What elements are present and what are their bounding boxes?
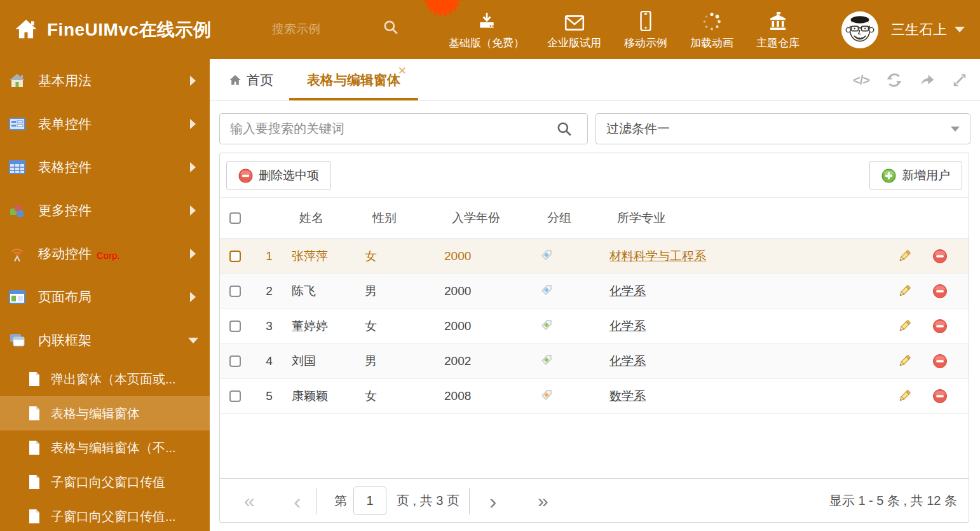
filter-dropdown[interactable]: 过滤条件一 [595, 113, 970, 144]
edit-pencil-icon[interactable] [897, 284, 912, 299]
delete-row-icon[interactable] [932, 284, 948, 299]
view-source-icon[interactable]: </> [853, 72, 869, 88]
nav-item-theme-repo[interactable]: 主题仓库 [745, 9, 811, 50]
column-header-name[interactable]: 姓名 [287, 210, 360, 226]
row-checkbox[interactable] [229, 286, 241, 297]
main-content: 首页 表格与编辑窗体 ✕ </> [210, 59, 980, 531]
row-number: 3 [252, 319, 287, 333]
add-user-button[interactable]: 新增用户 [869, 161, 962, 190]
nav-item-label: 移动示例 [624, 36, 667, 50]
cell-name: 张萍萍 [287, 248, 360, 265]
app-title: FineUIMvc在线示例 [47, 0, 212, 59]
select-all-checkbox[interactable] [229, 212, 241, 224]
search-icon[interactable] [556, 121, 573, 137]
phone-icon [639, 9, 653, 32]
cell-year: 2000 [439, 249, 534, 263]
tab-close-icon[interactable]: ✕ [398, 66, 407, 76]
refresh-icon[interactable] [886, 72, 902, 88]
tag-icon [540, 388, 554, 402]
sidebar-item-mobile-controls[interactable]: 移动控件 Corp. [0, 232, 210, 275]
delete-row-icon[interactable] [932, 354, 948, 369]
row-checkbox[interactable] [229, 390, 241, 402]
table-row[interactable]: 2 陈飞 男 2000 化学系 [220, 274, 969, 309]
cell-major: 数学系 [604, 388, 876, 404]
cell-name: 陈飞 [287, 283, 360, 300]
nav-item-enterprise-trial[interactable]: 企业版试用 [536, 9, 613, 50]
sidebar-item-grid-controls[interactable]: 表格控件 [0, 146, 210, 189]
sidebar-item-label: 表格控件 [38, 158, 92, 176]
tab-home[interactable]: 首页 [229, 59, 273, 100]
edit-pencil-icon[interactable] [897, 389, 912, 404]
nav-item-loading-animation[interactable]: 加载动画 [679, 9, 745, 50]
cell-gender: 男 [360, 283, 439, 300]
nav-item-label: 加载动画 [690, 36, 733, 50]
record-summary: 显示 1 - 5 条 , 共 12 条 [829, 479, 957, 523]
sidebar-subitem-child-to-parent-2[interactable]: 子窗口向父窗口传值... [0, 499, 210, 531]
nav-item-label: 基础版（免费） [449, 36, 524, 50]
file-icon [28, 371, 41, 387]
first-page-button[interactable]: « [244, 479, 255, 523]
edit-pencil-icon[interactable] [897, 249, 912, 264]
next-page-button[interactable]: › [489, 479, 496, 523]
tab-grid-edit-window[interactable]: 表格与编辑窗体 ✕ [289, 59, 418, 100]
page-number-input[interactable] [353, 486, 386, 515]
prev-page-button[interactable]: ‹ [294, 479, 301, 523]
header-search-icon[interactable] [383, 19, 399, 36]
header-search-input[interactable] [272, 18, 374, 41]
expand-icon[interactable] [952, 72, 969, 88]
share-icon[interactable] [919, 72, 936, 88]
nav-item-basic-free[interactable]: FREE! 基础版（免费） [437, 9, 536, 50]
major-link[interactable]: 化学系 [609, 319, 646, 333]
keyword-search-input[interactable] [219, 113, 588, 144]
row-checkbox[interactable] [229, 251, 241, 262]
major-link[interactable]: 化学系 [609, 284, 646, 298]
tab-active-underline [289, 98, 418, 100]
sidebar-item-form-controls[interactable]: 表单控件 [0, 102, 210, 146]
sidebar-item-basic-usage[interactable]: 基本用法 [0, 59, 210, 102]
sidebar-item-inline-frame[interactable]: 内联框架 [0, 319, 210, 362]
major-link[interactable]: 材料科学与工程系 [609, 249, 706, 263]
column-header-group[interactable]: 分组 [534, 210, 604, 226]
add-user-label: 新增用户 [902, 167, 950, 184]
column-header-major[interactable]: 所学专业 [604, 210, 876, 226]
row-checkbox[interactable] [229, 321, 241, 332]
delete-row-icon[interactable] [932, 249, 948, 264]
header-nav: FREE! 基础版（免费） 企业版试用 移动示例 [437, 0, 811, 59]
cell-name: 刘国 [287, 353, 360, 369]
edit-pencil-icon[interactable] [897, 354, 912, 369]
table-icon [9, 159, 25, 176]
home-logo-icon[interactable] [14, 17, 38, 41]
cell-year: 2000 [439, 319, 534, 333]
sidebar-item-more-controls[interactable]: 更多控件 [0, 189, 210, 232]
nav-item-mobile-demo[interactable]: 移动示例 [613, 9, 679, 50]
layout-icon [9, 289, 25, 305]
cell-name: 董婷婷 [287, 318, 360, 334]
sidebar-subitem-popup-window[interactable]: 弹出窗体（本页面或... [0, 362, 210, 396]
column-header-year[interactable]: 入学年份 [439, 210, 534, 226]
delete-row-icon[interactable] [932, 319, 948, 334]
sidebar-item-page-layout[interactable]: 页面布局 [0, 275, 210, 319]
last-page-button[interactable]: » [538, 479, 548, 523]
column-header-gender[interactable]: 性别 [360, 210, 439, 226]
sidebar-subitem-child-to-parent[interactable]: 子窗口向父窗口传值 [0, 465, 210, 499]
add-icon [881, 169, 896, 183]
pager-divider [469, 488, 470, 514]
row-checkbox[interactable] [229, 355, 241, 367]
row-number: 1 [252, 249, 287, 263]
user-menu[interactable]: 三生石上 [841, 0, 965, 59]
corp-badge: Corp. [97, 250, 120, 261]
sidebar-subitem-label: 表格与编辑窗体（不... [51, 439, 176, 457]
edit-pencil-icon[interactable] [897, 319, 912, 334]
table-row[interactable]: 3 董婷婷 女 2000 化学系 [220, 309, 969, 344]
delete-selected-button[interactable]: 删除选中项 [226, 161, 331, 190]
table-row[interactable]: 5 康颖颖 女 2008 数学系 [220, 379, 969, 414]
mail-icon [564, 9, 585, 32]
table-row[interactable]: 4 刘国 男 2002 化学系 [220, 344, 969, 379]
sidebar-subitem-grid-edit-window[interactable]: 表格与编辑窗体 [0, 396, 210, 431]
dropdown-caret-icon [951, 127, 960, 132]
sidebar-subitem-grid-edit-window-2[interactable]: 表格与编辑窗体（不... [0, 431, 210, 465]
delete-row-icon[interactable] [932, 389, 948, 404]
major-link[interactable]: 化学系 [609, 354, 646, 368]
table-row[interactable]: 1 张萍萍 女 2000 材料科学与工程系 [220, 239, 969, 274]
major-link[interactable]: 数学系 [609, 389, 646, 403]
